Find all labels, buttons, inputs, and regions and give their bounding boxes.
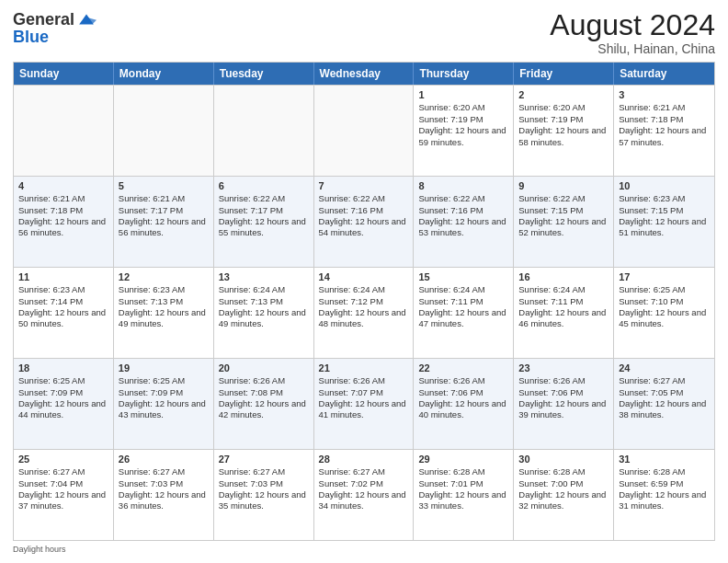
day-number: 21 xyxy=(319,362,409,374)
daylight-text: Daylight: 12 hours and 51 minutes. xyxy=(619,216,706,237)
day-cell-3: 3Sunrise: 6:21 AMSunset: 7:18 PMDaylight… xyxy=(614,86,714,176)
sunset-text: Sunset: 7:09 PM xyxy=(119,387,183,397)
sunrise-text: Sunrise: 6:27 AM xyxy=(18,466,85,477)
day-number: 7 xyxy=(319,179,409,192)
calendar-row-3: 18Sunrise: 6:25 AMSunset: 7:09 PMDayligh… xyxy=(14,358,714,449)
sunset-text: Sunset: 7:18 PM xyxy=(619,114,683,124)
sunset-text: Sunset: 7:15 PM xyxy=(619,205,683,215)
daylight-text: Daylight: 12 hours and 35 minutes. xyxy=(219,489,306,511)
day-number: 17 xyxy=(619,270,710,283)
sunrise-text: Sunrise: 6:23 AM xyxy=(619,193,685,203)
daylight-text: Daylight: 12 hours and 32 minutes. xyxy=(518,489,606,511)
sunrise-text: Sunrise: 6:23 AM xyxy=(18,284,85,294)
day-cell-10: 10Sunrise: 6:23 AMSunset: 7:15 PMDayligh… xyxy=(614,177,714,267)
daylight-text: Daylight: 12 hours and 47 minutes. xyxy=(418,307,506,328)
sunset-text: Sunset: 7:06 PM xyxy=(518,387,583,397)
sunrise-text: Sunrise: 6:22 AM xyxy=(219,193,285,203)
daylight-text: Daylight: 12 hours and 44 minutes. xyxy=(18,398,106,419)
sunrise-text: Sunrise: 6:21 AM xyxy=(18,193,85,203)
header-day-wednesday: Wednesday xyxy=(314,63,415,85)
month-year: August 2024 xyxy=(550,9,715,41)
sunset-text: Sunset: 7:11 PM xyxy=(518,296,583,306)
day-number: 31 xyxy=(619,453,710,465)
header-day-thursday: Thursday xyxy=(414,63,514,85)
day-cell-31: 31Sunrise: 6:28 AMSunset: 6:59 PMDayligh… xyxy=(614,450,714,540)
daylight-text: Daylight: 12 hours and 56 minutes. xyxy=(18,216,106,237)
sunrise-text: Sunrise: 6:26 AM xyxy=(219,375,285,385)
sunrise-text: Sunrise: 6:24 AM xyxy=(518,284,585,294)
sunrise-text: Sunrise: 6:27 AM xyxy=(319,466,385,477)
sunrise-text: Sunrise: 6:26 AM xyxy=(518,375,585,385)
empty-cell-0-1 xyxy=(114,86,214,176)
sunrise-text: Sunrise: 6:21 AM xyxy=(119,193,185,203)
day-cell-20: 20Sunrise: 6:26 AMSunset: 7:08 PMDayligh… xyxy=(214,359,314,449)
day-cell-25: 25Sunrise: 6:27 AMSunset: 7:04 PMDayligh… xyxy=(14,450,114,540)
daylight-text: Daylight: 12 hours and 54 minutes. xyxy=(319,216,406,237)
sunrise-text: Sunrise: 6:27 AM xyxy=(119,466,185,477)
logo: General Blue xyxy=(13,9,97,47)
day-number: 14 xyxy=(319,270,409,283)
sunset-text: Sunset: 7:06 PM xyxy=(418,387,483,397)
day-cell-27: 27Sunrise: 6:27 AMSunset: 7:03 PMDayligh… xyxy=(214,450,314,540)
page: General Blue August 2024 Shilu, Hainan, … xyxy=(0,0,728,563)
header-day-tuesday: Tuesday xyxy=(214,63,314,85)
day-number: 16 xyxy=(518,270,609,283)
day-cell-4: 4Sunrise: 6:21 AMSunset: 7:18 PMDaylight… xyxy=(14,177,114,267)
day-number: 25 xyxy=(18,453,108,465)
daylight-text: Daylight: 12 hours and 37 minutes. xyxy=(18,489,106,511)
sunrise-text: Sunrise: 6:23 AM xyxy=(119,284,185,294)
daylight-text: Daylight: 12 hours and 56 minutes. xyxy=(119,216,206,237)
day-number: 28 xyxy=(319,453,409,465)
empty-cell-0-0 xyxy=(14,86,114,176)
header-day-monday: Monday xyxy=(114,63,214,85)
day-cell-2: 2Sunrise: 6:20 AMSunset: 7:19 PMDaylight… xyxy=(514,86,614,176)
day-number: 26 xyxy=(119,453,209,465)
day-number: 29 xyxy=(418,453,508,465)
day-number: 5 xyxy=(119,179,209,192)
day-number: 4 xyxy=(18,179,108,192)
daylight-text: Daylight: 12 hours and 57 minutes. xyxy=(619,125,706,146)
day-cell-17: 17Sunrise: 6:25 AMSunset: 7:10 PMDayligh… xyxy=(614,268,714,358)
sunrise-text: Sunrise: 6:26 AM xyxy=(418,375,484,385)
sunset-text: Sunset: 7:11 PM xyxy=(418,296,483,306)
empty-cell-0-3 xyxy=(314,86,415,176)
day-number: 24 xyxy=(619,362,710,374)
header-day-saturday: Saturday xyxy=(614,63,714,85)
day-number: 6 xyxy=(219,179,309,192)
sunrise-text: Sunrise: 6:25 AM xyxy=(18,375,85,385)
day-cell-7: 7Sunrise: 6:22 AMSunset: 7:16 PMDaylight… xyxy=(314,177,415,267)
daylight-text: Daylight: 12 hours and 43 minutes. xyxy=(119,398,206,419)
sunrise-text: Sunrise: 6:25 AM xyxy=(119,375,185,385)
daylight-text: Daylight: 12 hours and 59 minutes. xyxy=(418,125,506,146)
day-cell-9: 9Sunrise: 6:22 AMSunset: 7:15 PMDaylight… xyxy=(514,177,614,267)
daylight-text: Daylight: 12 hours and 49 minutes. xyxy=(119,307,206,328)
day-number: 3 xyxy=(619,88,710,101)
day-cell-16: 16Sunrise: 6:24 AMSunset: 7:11 PMDayligh… xyxy=(514,268,614,358)
daylight-text: Daylight: 12 hours and 46 minutes. xyxy=(518,307,606,328)
daylight-text: Daylight: 12 hours and 53 minutes. xyxy=(418,216,506,237)
sunrise-text: Sunrise: 6:27 AM xyxy=(619,375,685,385)
footer: Daylight hours xyxy=(13,545,715,554)
sunset-text: Sunset: 7:09 PM xyxy=(18,387,83,397)
sunset-text: Sunset: 7:14 PM xyxy=(18,296,83,306)
daylight-text: Daylight: 12 hours and 49 minutes. xyxy=(219,307,306,328)
day-cell-15: 15Sunrise: 6:24 AMSunset: 7:11 PMDayligh… xyxy=(414,268,514,358)
sunset-text: Sunset: 7:00 PM xyxy=(518,478,583,488)
sunset-text: Sunset: 7:13 PM xyxy=(119,296,183,306)
day-cell-21: 21Sunrise: 6:26 AMSunset: 7:07 PMDayligh… xyxy=(314,359,415,449)
sunset-text: Sunset: 7:16 PM xyxy=(418,205,483,215)
day-cell-14: 14Sunrise: 6:24 AMSunset: 7:12 PMDayligh… xyxy=(314,268,415,358)
day-cell-28: 28Sunrise: 6:27 AMSunset: 7:02 PMDayligh… xyxy=(314,450,415,540)
day-number: 1 xyxy=(418,88,508,101)
day-number: 15 xyxy=(418,270,508,283)
calendar: SundayMondayTuesdayWednesdayThursdayFrid… xyxy=(13,62,715,541)
sunset-text: Sunset: 7:17 PM xyxy=(119,205,183,215)
sunrise-text: Sunrise: 6:25 AM xyxy=(619,284,685,294)
sunrise-text: Sunrise: 6:28 AM xyxy=(619,466,685,477)
day-cell-8: 8Sunrise: 6:22 AMSunset: 7:16 PMDaylight… xyxy=(414,177,514,267)
sunset-text: Sunset: 7:18 PM xyxy=(18,205,83,215)
sunrise-text: Sunrise: 6:27 AM xyxy=(219,466,285,477)
sunset-text: Sunset: 7:01 PM xyxy=(418,478,483,488)
sunrise-text: Sunrise: 6:28 AM xyxy=(518,466,585,477)
day-number: 10 xyxy=(619,179,710,192)
